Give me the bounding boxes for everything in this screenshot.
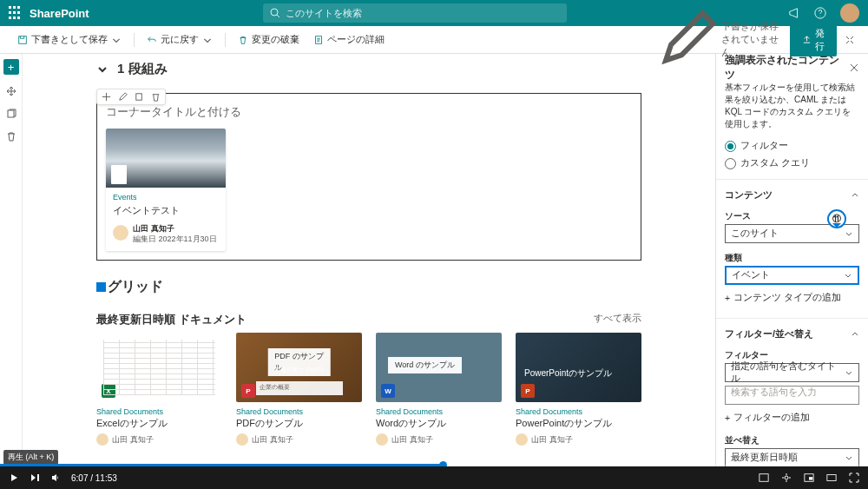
radio-custom-query[interactable]: カスタム クエリ — [716, 155, 868, 172]
cc-icon[interactable] — [759, 472, 769, 483]
webpart-title-input[interactable]: コーナータイトルと付ける — [106, 104, 632, 120]
doc-title: Wordのサンプル — [376, 417, 502, 430]
property-panel: 強調表示されたコンテンツ 基本フィルターを使用して検索結果を絞り込むか、CAML… — [715, 54, 868, 466]
content-card[interactable]: Events イベントテスト 山田 真知子 編集日 2022年11月30日 — [106, 129, 226, 251]
svg-point-13 — [785, 476, 788, 479]
copy-icon[interactable] — [5, 108, 17, 120]
doc-card[interactable]: X Shared Documents Excelのサンプル 山田 真知子 — [96, 333, 222, 446]
chevron-down-icon — [96, 63, 108, 76]
volume-icon[interactable] — [50, 472, 61, 483]
svg-point-0 — [271, 9, 278, 16]
radio-icon — [725, 158, 736, 169]
doc-author: 山田 真知子 — [96, 433, 222, 446]
card-thumbnail — [106, 129, 226, 188]
add-content-type-button[interactable]: + コンテンツ タイプの追加 — [716, 285, 868, 311]
left-rail: + — [0, 54, 23, 466]
doc-title: Excelのサンプル — [96, 417, 222, 430]
play-icon[interactable] — [9, 472, 19, 483]
file-icon — [111, 165, 127, 184]
video-time: 6:07 / 11:53 — [71, 473, 117, 483]
command-bar: 下書きとして保存 元に戻す 変更の破棄 ページの詳細 下書きが保存されていません… — [0, 26, 868, 54]
card-author: 山田 真知子 編集日 2022年11月30日 — [113, 224, 219, 244]
move-icon[interactable] — [101, 91, 112, 102]
page-details-button[interactable]: ページの詳細 — [308, 30, 390, 49]
grid-subtitle: 最終更新日時順 ドキュメント — [96, 312, 247, 327]
canvas: 1 段組み コーナータイトルと付ける Events イベントテスト — [23, 54, 715, 466]
search-icon — [270, 8, 280, 18]
close-icon[interactable] — [849, 63, 859, 73]
chevron-up-icon — [851, 330, 859, 339]
publish-icon — [802, 35, 812, 44]
grid-heading: グリッド — [23, 278, 715, 296]
doc-card[interactable]: Word のサンプル W Shared Documents Wordのサンプル … — [376, 333, 502, 446]
radio-filter[interactable]: フィルター — [716, 137, 868, 155]
edit-icon[interactable] — [117, 91, 128, 102]
play-tooltip: 再生 (Alt + K) — [3, 450, 58, 465]
trash-icon — [238, 35, 248, 45]
doc-card[interactable]: PowerPointのサンプル P Shared Documents Power… — [516, 333, 641, 446]
add-webpart-button[interactable]: + — [3, 59, 19, 75]
highlighted-content-webpart[interactable]: コーナータイトルと付ける Events イベントテスト 山田 真知子 編集日 2… — [96, 93, 641, 261]
section-filter-header[interactable]: フィルター/並べ替え — [716, 318, 868, 346]
doc-author: 山田 真知子 — [516, 433, 641, 446]
add-filter-button[interactable]: + フィルターの追加 — [716, 405, 868, 431]
section-content-header[interactable]: コンテンツ — [716, 179, 868, 207]
square-bullet-icon — [96, 282, 106, 292]
author-avatar — [113, 225, 128, 241]
expand-icon[interactable] — [844, 34, 856, 46]
undo-button[interactable]: 元に戻す — [141, 30, 218, 49]
card-category: Events — [113, 193, 219, 202]
chevron-down-icon — [844, 271, 852, 280]
next-icon[interactable] — [30, 472, 40, 483]
discard-button[interactable]: 変更の破棄 — [233, 30, 305, 49]
source-select[interactable]: このサイト ⑪ — [725, 224, 859, 243]
doc-library: Shared Documents — [236, 407, 362, 416]
sort-label: 並べ替え — [716, 431, 868, 448]
see-all-link[interactable]: すべて表示 — [594, 312, 641, 327]
move-icon[interactable] — [5, 85, 17, 97]
delete-icon[interactable] — [5, 130, 17, 142]
svg-rect-4 — [8, 110, 14, 117]
search-input[interactable]: このサイトを検索 — [263, 3, 567, 23]
doc-title: PowerPointのサンプル — [516, 417, 641, 430]
settings-icon[interactable] — [781, 472, 792, 483]
trash-icon[interactable] — [150, 91, 161, 102]
callout-marker: ⑪ — [827, 209, 846, 228]
doc-thumbnail: X — [96, 333, 222, 402]
word-icon: W — [381, 384, 395, 398]
doc-author: 山田 真知子 — [236, 433, 362, 446]
svg-rect-15 — [809, 477, 812, 479]
theater-icon[interactable] — [826, 472, 837, 483]
svg-rect-5 — [136, 94, 142, 100]
chevron-down-icon — [202, 35, 213, 45]
excel-icon: X — [102, 384, 115, 398]
ppt-icon: P — [521, 384, 535, 398]
chevron-up-icon — [851, 191, 859, 200]
card-title: イベントテスト — [113, 204, 219, 217]
chevron-down-icon — [845, 229, 853, 238]
pdf-icon: P — [241, 384, 255, 398]
save-icon — [17, 35, 28, 45]
type-select[interactable]: イベント — [725, 266, 859, 285]
section-title[interactable]: 1 段組み — [23, 61, 715, 77]
filter-term-input[interactable]: 検索する語句を入力 — [725, 386, 859, 405]
app-launcher-icon[interactable] — [9, 6, 23, 20]
svg-rect-16 — [827, 475, 836, 481]
publish-button[interactable]: 発行 — [790, 23, 837, 56]
save-draft-button[interactable]: 下書きとして保存 — [12, 30, 127, 49]
undo-icon — [147, 35, 157, 45]
chevron-down-icon — [845, 453, 853, 462]
copy-icon[interactable] — [134, 91, 145, 102]
webpart-toolbar — [96, 89, 166, 105]
pip-icon[interactable] — [804, 472, 814, 483]
doc-library: Shared Documents — [96, 407, 222, 416]
filter-select[interactable]: 指定の語句を含むタイトル — [725, 363, 859, 382]
chevron-down-icon — [845, 368, 853, 377]
doc-thumbnail: PowerPointのサンプル P — [516, 333, 641, 402]
panel-title: 強調表示されたコンテンツ — [725, 54, 849, 83]
document-grid: X Shared Documents Excelのサンプル 山田 真知子 PDF… — [23, 333, 715, 446]
doc-card[interactable]: PDF のサンプル 市場分析と SWOT 企業の概要 P Shared Docu… — [236, 333, 362, 446]
fullscreen-icon[interactable] — [849, 472, 859, 483]
doc-thumbnail: PDF のサンプル 市場分析と SWOT 企業の概要 P — [236, 333, 362, 402]
panel-description: 基本フィルターを使用して検索結果を絞り込むか、CAML または KQL コードの… — [716, 82, 868, 137]
